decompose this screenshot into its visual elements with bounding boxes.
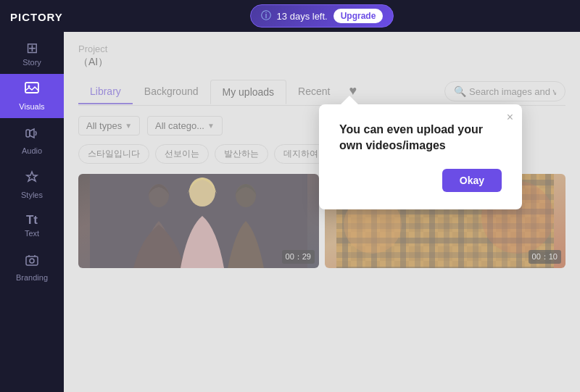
- trial-badge: ⓘ 13 days left. Upgrade: [250, 4, 394, 28]
- svg-rect-9: [26, 257, 38, 265]
- sidebar-label-styles: Styles: [21, 191, 43, 199]
- info-icon: ⓘ: [261, 9, 271, 22]
- sidebar-item-story[interactable]: ⊞ Story: [0, 33, 64, 74]
- audio-icon: [24, 125, 40, 143]
- sidebar-label-audio: Audio: [22, 146, 42, 155]
- modal-close-button[interactable]: ×: [507, 112, 513, 123]
- modal-overlay: × You can even upload your own videos/im…: [64, 32, 580, 392]
- topbar: ⓘ 13 days left. Upgrade: [64, 0, 580, 32]
- modal-title: You can even upload your own videos/imag…: [339, 122, 502, 154]
- sidebar-item-styles[interactable]: Styles: [0, 162, 64, 207]
- modal-okay-button[interactable]: Okay: [442, 169, 502, 192]
- svg-point-7: [28, 86, 30, 88]
- sidebar-item-visuals[interactable]: Visuals: [0, 74, 64, 118]
- sidebar-label-text: Text: [25, 229, 39, 238]
- svg-point-10: [30, 259, 34, 263]
- content-area: Project （AI） Library Background My uploa…: [64, 32, 580, 392]
- text-icon: Tt: [26, 214, 38, 226]
- tooltip-modal: × You can even upload your own videos/im…: [319, 104, 522, 209]
- sidebar-item-branding[interactable]: Branding: [0, 245, 64, 289]
- svg-rect-6: [25, 83, 38, 93]
- trial-text: 13 days left.: [277, 11, 328, 22]
- sidebar-item-text[interactable]: Tt Text: [0, 207, 64, 245]
- visuals-icon: [24, 81, 40, 99]
- story-icon: ⊞: [26, 41, 38, 55]
- branding-icon: [24, 252, 40, 270]
- sidebar-item-audio[interactable]: Audio: [0, 118, 64, 162]
- sidebar: PICTORY ⊞ Story Visuals Audio: [0, 0, 64, 392]
- main-content: ⓘ 13 days left. Upgrade Project （AI） Lib…: [64, 0, 580, 392]
- sidebar-label-story: Story: [22, 58, 41, 67]
- sidebar-label-visuals: Visuals: [19, 102, 44, 111]
- app-logo: PICTORY: [0, 0, 64, 33]
- app-name: PICTORY: [10, 11, 63, 23]
- tooltip-arrow: [341, 96, 358, 104]
- upgrade-button[interactable]: Upgrade: [334, 9, 384, 23]
- sidebar-label-branding: Branding: [16, 273, 48, 282]
- styles-icon: [24, 170, 40, 188]
